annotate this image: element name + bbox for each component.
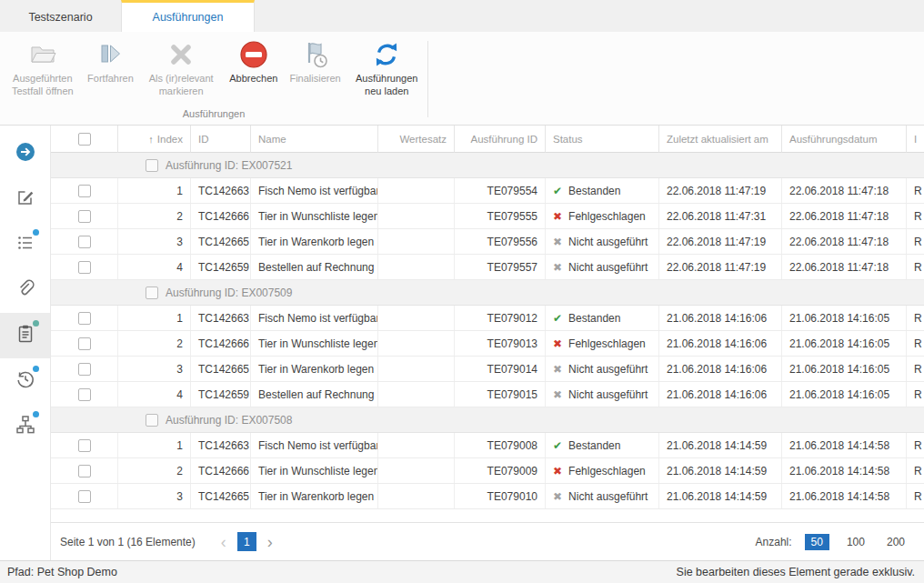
cell-execution-date: 22.06.2018 11:47:18 [782, 178, 907, 203]
table-row[interactable]: 2TC142666Tier in Wunschliste legenTE0795… [51, 204, 924, 229]
table-row[interactable]: 2TC142666Tier in Wunschliste legenTE0790… [51, 458, 924, 484]
table-row[interactable]: 3TC142665Tier in Warenkorb legenTE079010… [51, 484, 924, 509]
cell-status: ✔Bestanden [546, 306, 659, 330]
previous-page-button[interactable]: ‹ [221, 534, 226, 550]
next-page-button[interactable]: › [267, 534, 273, 550]
row-select-checkbox[interactable] [78, 490, 91, 503]
table-row[interactable]: 3TC142665Tier in Warenkorb legenTE079556… [51, 229, 924, 255]
column-header-select[interactable] [51, 126, 118, 153]
tab-bar: Testszenario Ausführungen [0, 0, 924, 32]
open-executed-testcase-button[interactable]: Ausgeführten Testfall öffnen [4, 38, 82, 99]
cell-execution-id: TE079015 [455, 382, 546, 407]
finalize-button[interactable]: Finalisieren [285, 38, 346, 86]
status-path: Pfad: Pet Shop Demo [7, 566, 117, 578]
table-row[interactable]: 1TC142663Fisch Nemo ist verfügbarTE07900… [51, 433, 924, 458]
abort-button[interactable]: Abbrechen [223, 38, 285, 86]
cell-status: ✖Fehlgeschlagen [546, 331, 659, 356]
reload-executions-button[interactable]: Ausführungen neu laden [346, 38, 427, 99]
column-header-updated-at[interactable]: Zuletzt aktualisiert am [659, 126, 782, 153]
row-select-checkbox[interactable] [78, 210, 91, 223]
select-all-checkbox[interactable] [78, 133, 91, 146]
table-row[interactable]: 1TC142663Fisch Nemo ist verfügbarTE07901… [51, 306, 924, 331]
execution-group-row[interactable]: Ausführung ID: EX007521 [51, 153, 924, 178]
column-header-relevance[interactable]: I [907, 126, 924, 153]
execution-group-row[interactable]: Ausführung ID: EX007509 [51, 280, 924, 306]
cell-execution-id: TE079008 [455, 433, 546, 457]
table-row[interactable]: 4TC142659Bestellen auf RechnungTE079557✖… [51, 255, 924, 280]
group-select-checkbox[interactable] [146, 286, 158, 299]
cell-id: TC142666 [191, 204, 251, 228]
column-header-label: Ausführungsdatum [789, 134, 878, 145]
page-size-200[interactable]: 200 [882, 534, 909, 550]
cell-status: ✔Bestanden [546, 433, 659, 457]
cell-wertesatz [378, 255, 455, 279]
cell-relevance: R [907, 255, 924, 279]
table-row[interactable]: 4TC142659Bestellen auf RechnungTE079015✖… [51, 382, 924, 407]
table-row[interactable]: 2TC142666Tier in Wunschliste legenTE0790… [51, 331, 924, 357]
cell-id: TC142666 [191, 458, 251, 483]
pagination-bar: Seite 1 von 1 (16 Elemente) ‹ 1 › Anzahl… [51, 522, 924, 560]
row-select-checkbox[interactable] [78, 363, 91, 376]
status-label: Nicht ausgeführt [568, 363, 648, 376]
column-header-name[interactable]: Name [251, 126, 378, 153]
row-checkbox-cell [51, 229, 118, 254]
sidebar-item-edit[interactable] [0, 176, 50, 222]
cell-status: ✖Nicht ausgeführt [546, 357, 659, 381]
column-header-status[interactable]: Status [546, 126, 659, 153]
column-header-wertesatz[interactable]: Wertesatz [378, 126, 455, 153]
execution-group-row[interactable]: Ausführung ID: EX007508 [51, 407, 924, 433]
cell-updated-at: 21.06.2018 14:16:06 [659, 382, 782, 407]
table-row[interactable]: 1TC142663Fisch Nemo ist verfügbarTE07955… [51, 178, 924, 204]
sidebar-item-hierarchy[interactable] [0, 404, 50, 449]
page-size-100[interactable]: 100 [842, 534, 869, 550]
column-header-execution-date[interactable]: Ausführungsdatum [782, 126, 907, 153]
row-select-checkbox[interactable] [78, 465, 91, 477]
tab-testszenario[interactable]: Testszenario [0, 0, 121, 32]
column-header-id[interactable]: ID [191, 126, 251, 153]
row-select-checkbox[interactable] [78, 388, 91, 401]
cell-id: TC142666 [191, 331, 251, 356]
mark-irrelevant-button[interactable]: Als (ir)relevant markieren [139, 38, 223, 99]
column-header-index[interactable]: ↑Index [118, 126, 191, 153]
cell-updated-at: 21.06.2018 14:16:06 [659, 331, 782, 356]
status-label: Nicht ausgeführt [568, 236, 648, 248]
row-select-checkbox[interactable] [78, 312, 91, 325]
group-select-checkbox[interactable] [146, 414, 158, 427]
cell-id: TC142665 [191, 229, 251, 254]
status-failed-icon: ✖ [553, 210, 562, 223]
sidebar-item-attachments[interactable] [0, 267, 50, 313]
cell-execution-date: 21.06.2018 14:16:05 [782, 331, 907, 356]
row-select-checkbox[interactable] [78, 337, 91, 350]
status-passed-icon: ✔ [553, 312, 562, 325]
group-select-checkbox[interactable] [146, 159, 158, 172]
tab-ausfuehrungen[interactable]: Ausführungen [121, 0, 255, 32]
cell-index: 2 [118, 458, 191, 483]
cell-id: TC142659 [191, 255, 251, 279]
sidebar-item-list[interactable] [0, 222, 50, 267]
row-select-checkbox[interactable] [78, 236, 91, 248]
continue-button[interactable]: Fortfahren [82, 38, 140, 86]
page-size-50[interactable]: 50 [805, 534, 829, 550]
table-row[interactable]: 3TC142665Tier in Warenkorb legenTE079014… [51, 357, 924, 382]
row-select-checkbox[interactable] [78, 185, 91, 197]
row-select-checkbox[interactable] [78, 261, 91, 274]
status-label: Bestanden [568, 185, 620, 197]
sidebar-item-history[interactable] [0, 358, 50, 404]
sidebar-item-navigate[interactable] [0, 131, 50, 176]
cell-status: ✖Nicht ausgeführt [546, 484, 659, 508]
cell-execution-date: 21.06.2018 14:14:58 [782, 458, 907, 483]
cell-id: TC142663 [191, 433, 251, 457]
page-navigation: ‹ 1 › [221, 532, 273, 551]
current-page-button[interactable]: 1 [237, 532, 256, 551]
row-select-checkbox[interactable] [78, 439, 91, 452]
cell-execution-date: 21.06.2018 14:14:58 [782, 484, 907, 508]
button-label: Abbrechen [229, 73, 277, 85]
column-header-execution-id[interactable]: Ausführung ID [455, 126, 546, 153]
cell-id: TC142663 [191, 306, 251, 330]
executions-table: ↑IndexIDNameWertesatzAusführung IDStatus… [51, 126, 924, 522]
cell-name: Tier in Warenkorb legen [251, 484, 378, 508]
cell-updated-at: 21.06.2018 14:14:59 [659, 484, 782, 508]
cell-execution-id: TE079555 [455, 204, 546, 228]
sidebar-item-executions[interactable] [0, 313, 50, 358]
cell-updated-at: 21.06.2018 14:14:59 [659, 433, 782, 457]
